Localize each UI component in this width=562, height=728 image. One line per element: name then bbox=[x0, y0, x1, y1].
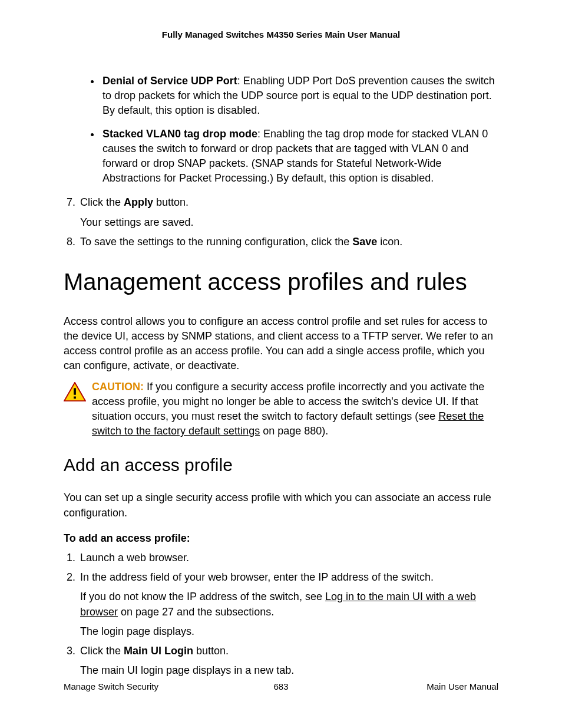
step-result: The main UI login page displays in a new… bbox=[80, 663, 498, 678]
step-sub-paragraph: The login page displays. bbox=[80, 624, 498, 639]
step-8: 8. To save the settings to the running c… bbox=[64, 235, 498, 249]
section-heading-h1: Management access profiles and rules bbox=[64, 268, 498, 295]
bullet-item: Denial of Service UDP Port: Enabling UDP… bbox=[100, 74, 498, 118]
bullet-item: Stacked VLAN0 tag drop mode: Enabling th… bbox=[100, 127, 498, 186]
bullet-list: Denial of Service UDP Port: Enabling UDP… bbox=[100, 74, 498, 186]
caution-text: CAUTION: If you configure a security acc… bbox=[92, 380, 498, 439]
footer-page-number: 683 bbox=[209, 680, 353, 693]
svg-rect-1 bbox=[74, 388, 76, 394]
step-line: Launch a web browser. bbox=[80, 551, 498, 565]
step-number: 1. bbox=[64, 551, 80, 565]
intro-paragraph: Access control allows you to configure a… bbox=[64, 314, 498, 374]
bullet-bold: Stacked VLAN0 tag drop mode bbox=[103, 128, 257, 140]
step-sub-paragraph: If you do not know the IP address of the… bbox=[80, 589, 498, 619]
main-ui-login-bold: Main UI Login bbox=[124, 645, 193, 657]
step-line: Click the Main UI Login button. bbox=[80, 644, 498, 658]
caution-block: CAUTION: If you configure a security acc… bbox=[64, 380, 498, 439]
step-line: To save the settings to the running conf… bbox=[80, 235, 498, 249]
footer-right: Main User Manual bbox=[353, 680, 498, 693]
svg-rect-2 bbox=[74, 396, 76, 398]
step-number: 8. bbox=[64, 235, 80, 249]
procedure-step-1: 1. Launch a web browser. bbox=[64, 551, 498, 565]
step-number: 7. bbox=[64, 195, 80, 229]
page-header-title: Fully Managed Switches M4350 Series Main… bbox=[64, 28, 498, 41]
procedure-step-3: 3. Click the Main UI Login button. The m… bbox=[64, 644, 498, 678]
section-heading-h2: Add an access profile bbox=[64, 453, 498, 477]
step-number: 3. bbox=[64, 644, 80, 678]
step-line: In the address field of your web browser… bbox=[80, 570, 498, 585]
procedure-step-2: 2. In the address field of your web brow… bbox=[64, 570, 498, 639]
step-number: 2. bbox=[64, 570, 80, 639]
procedure-title: To add an access profile: bbox=[64, 531, 498, 546]
caution-icon bbox=[64, 393, 86, 404]
step-line: Click the Apply button. bbox=[80, 195, 498, 210]
step-result: Your settings are saved. bbox=[80, 215, 498, 230]
bullet-bold: Denial of Service UDP Port bbox=[103, 75, 237, 87]
footer-left: Manage Switch Security bbox=[64, 680, 209, 693]
apply-bold: Apply bbox=[124, 196, 153, 208]
step-7: 7. Click the Apply button. Your settings… bbox=[64, 195, 498, 229]
page-footer: Manage Switch Security 683 Main User Man… bbox=[64, 680, 498, 693]
save-bold: Save bbox=[352, 236, 377, 248]
h2-intro-paragraph: You can set up a single security access … bbox=[64, 490, 498, 520]
caution-label: CAUTION: bbox=[92, 381, 144, 393]
